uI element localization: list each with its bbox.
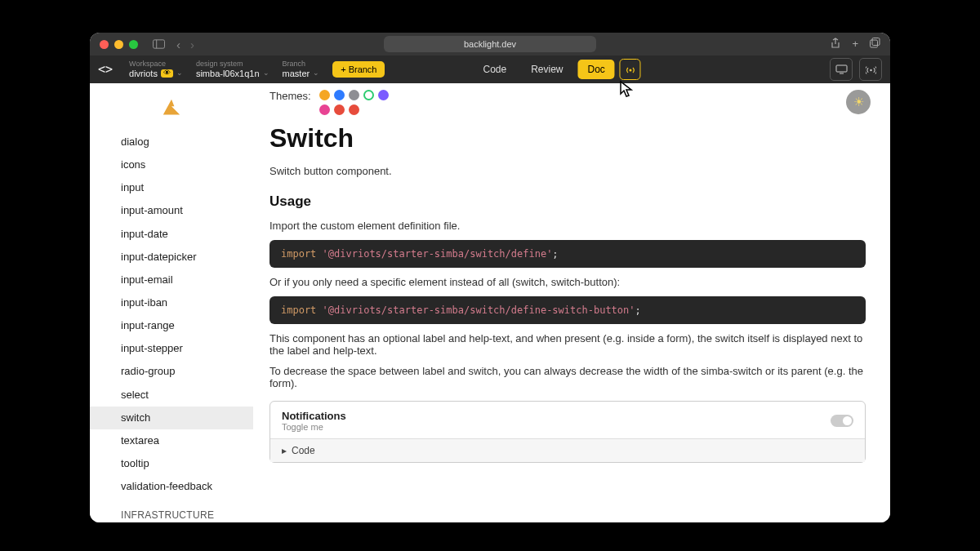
theme-swatch[interactable] [349,90,359,100]
demo-subtitle: Toggle me [282,422,346,432]
code-block-2[interactable]: import '@divriots/starter-simba/switch/d… [270,296,866,324]
tab-doc[interactable]: Doc [578,60,615,79]
code-block-1[interactable]: import '@divriots/starter-simba/switch/d… [270,240,866,268]
tabs-overview-icon[interactable] [870,38,880,51]
usage-intro: Import the custom element definition fil… [270,220,866,232]
sidebar-toggle-icon[interactable] [153,38,165,51]
sidebar-heading-infrastructure: INFRASTRUCTURE [90,498,253,522]
share-icon[interactable] [831,38,840,51]
workspace-selector[interactable]: Workspace divriots👁⌄ [129,60,183,78]
main-content: ☀ Themes: Switch Switch button component… [253,83,890,522]
content-area: dialogiconsinputinput-amountinput-datein… [90,83,890,522]
url-bar[interactable]: backlight.dev [384,36,596,52]
logo-code-icon[interactable]: <> [98,62,113,77]
tab-review[interactable]: Review [521,60,572,79]
demo-code-toggle[interactable]: ▸ Code [270,438,865,462]
traffic-lights [100,40,138,49]
svg-point-4 [629,69,631,71]
theme-swatch[interactable] [334,90,345,100]
sidebar-item-switch[interactable]: switch [90,407,253,429]
demo-card: Notifications Toggle me ▸ Code [270,401,866,463]
paragraph-width-tip: To decrease the space between label and … [270,365,866,389]
new-tab-icon[interactable]: + [852,38,858,51]
plus-icon: + [341,64,345,74]
sidebar-item-icons[interactable]: icons [90,153,253,176]
sidebar-item-input-range[interactable]: input-range [90,314,253,337]
deploy-button[interactable] [859,58,882,81]
demo-title: Notifications [282,410,346,422]
page-description: Switch button component. [270,165,866,177]
sidebar-item-dialog[interactable]: dialog [90,131,253,153]
svg-rect-5 [836,65,847,72]
sidebar-item-input-stepper[interactable]: input-stepper [90,337,253,360]
sidebar-item-tooltip[interactable]: tooltip [90,452,253,475]
sidebar-nav: dialogiconsinputinput-amountinput-datein… [90,131,253,498]
theme-swatch[interactable] [319,90,330,100]
sidebar-item-validation-feedback[interactable]: validation-feedback [90,475,253,498]
paragraph-label-help: This component has an optional label and… [270,332,866,357]
branch-selector[interactable]: Branch master⌄ [283,60,320,78]
chevron-down-icon: ⌄ [176,69,183,78]
new-branch-button[interactable]: +Branch [332,61,385,78]
svg-rect-3 [872,38,880,45]
caret-right-icon: ▸ [282,445,287,456]
app-toolbar: <> Workspace divriots👁⌄ design system si… [90,56,890,83]
sidebar-item-input-iban[interactable]: input-iban [90,291,253,314]
sidebar-item-radio-group[interactable]: radio-group [90,360,253,383]
themes-row: Themes: [270,90,866,115]
sun-icon: ☀ [853,95,864,109]
forward-icon[interactable]: › [190,38,194,51]
theme-swatch[interactable] [319,104,330,115]
broadcast-icon[interactable] [620,59,641,80]
sidebar-item-input-amount[interactable]: input-amount [90,199,253,222]
page-title: Switch [270,123,866,153]
chevron-down-icon: ⌄ [313,69,319,78]
simba-logo[interactable] [90,96,253,119]
switch-toggle[interactable] [831,415,853,427]
app-window: ‹ › backlight.dev + <> Workspace divriot… [90,33,890,522]
svg-rect-0 [153,40,164,48]
chevron-down-icon: ⌄ [263,69,270,78]
theme-swatch[interactable] [334,104,345,115]
titlebar: ‹ › backlight.dev + [90,33,890,56]
maximize-icon[interactable] [129,40,138,49]
dark-mode-toggle[interactable]: ☀ [846,90,871,114]
sidebar-item-input-date[interactable]: input-date [90,223,253,246]
theme-swatch[interactable] [363,90,374,100]
design-system-selector[interactable]: design system simba-l06x1q1n⌄ [196,60,270,78]
sidebar-item-select[interactable]: select [90,384,253,407]
sidebar-item-textarea[interactable]: textarea [90,429,253,452]
sidebar-item-input[interactable]: input [90,176,253,199]
close-icon[interactable] [100,40,109,49]
usage-heading: Usage [270,193,866,210]
preview-button[interactable] [830,58,853,81]
svg-point-7 [870,69,871,70]
minimize-icon[interactable] [114,40,123,49]
theme-swatch[interactable] [349,104,359,115]
back-icon[interactable]: ‹ [176,38,180,51]
url-text: backlight.dev [464,39,516,49]
view-tabs: Code Review Doc [473,59,640,80]
sidebar-item-input-email[interactable]: input-email [90,269,253,291]
tab-code[interactable]: Code [473,60,516,79]
theme-swatches [319,90,401,115]
eye-badge-icon: 👁 [161,69,173,78]
svg-rect-2 [871,40,878,47]
usage-alt: Or if you only need a specific element i… [270,276,866,288]
theme-swatch[interactable] [378,90,389,100]
sidebar-item-input-datepicker[interactable]: input-datepicker [90,246,253,269]
themes-label: Themes: [270,90,311,102]
sidebar: dialogiconsinputinput-amountinput-datein… [90,83,253,522]
